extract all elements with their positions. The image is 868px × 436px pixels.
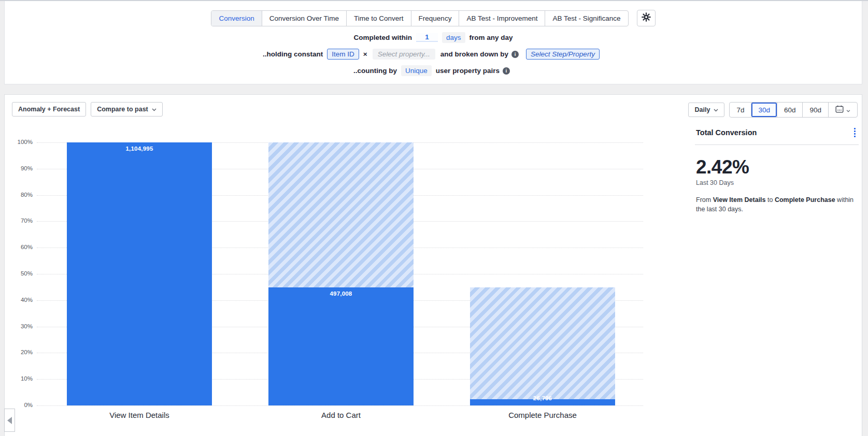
settings-button[interactable] [637, 10, 656, 26]
window-unit-dropdown[interactable]: days [442, 32, 465, 43]
anomaly-forecast-button[interactable]: Anomaly + Forecast [12, 102, 86, 117]
counting-by-label: ..counting by [353, 67, 397, 75]
step-to: Complete Purchase [775, 196, 835, 204]
panel-title: Total Conversion [696, 128, 757, 137]
total-conversion-panel: Total Conversion 2.42% Last 30 Days From… [695, 127, 859, 214]
chart-toolbar-right: Daily 7d 30d 60d 90d [688, 102, 858, 118]
bar-value-label: 497,008 [268, 290, 414, 297]
funnel-settings-card: Conversion Conversion Over Time Time to … [4, 1, 862, 84]
funnel-bar[interactable]: 497,008 [268, 142, 414, 405]
bar-value-label: 26,796 [470, 395, 615, 401]
completed-within-label: Completed within [353, 34, 412, 41]
times-separator: × [363, 50, 367, 58]
select-step-property-dropdown[interactable]: Select Step/Property [526, 49, 600, 60]
from-any-day-label: from any day [469, 34, 513, 41]
view-tab-group: Conversion Conversion Over Time Time to … [211, 10, 628, 26]
y-axis-tick: 0% [8, 402, 33, 408]
gridline [37, 405, 643, 406]
funnel-bar[interactable]: 1,104,995 [67, 142, 212, 405]
completed-within-row: Completed within days from any day [5, 32, 862, 43]
y-axis-tick: 30% [8, 323, 33, 329]
y-axis-tick: 90% [8, 165, 33, 171]
compare-to-past-dropdown[interactable]: Compare to past [91, 102, 163, 117]
conversion-subtitle: Last 30 Days [696, 179, 859, 186]
date-range-segmented-control: 7d 30d 60d 90d [729, 102, 858, 118]
funnel-bar[interactable]: 26,796 [470, 142, 615, 405]
left-triangle-icon [7, 417, 12, 424]
converted-bar-segment[interactable] [67, 142, 212, 405]
period-30d[interactable]: 30d [751, 103, 777, 117]
more-options-icon[interactable] [852, 127, 858, 138]
period-7d[interactable]: 7d [730, 103, 751, 117]
conversion-description: From View Item Details to Complete Purch… [696, 195, 855, 214]
x-axis-step-label: Complete Purchase [470, 411, 615, 419]
counting-mode-dropdown[interactable]: Unique [401, 65, 432, 76]
y-axis-tick: 100% [8, 139, 33, 145]
funnel-plot: 100%90%80%70%60%50%40%30%20%10%0%View It… [37, 142, 643, 405]
y-axis-tick: 20% [8, 349, 33, 355]
chevron-down-icon [714, 106, 718, 113]
window-value-input[interactable] [416, 33, 438, 42]
step-from: View Item Details [713, 196, 766, 204]
view-tab-row: Conversion Conversion Over Time Time to … [5, 10, 862, 26]
user-property-pairs-label: user property pairs [436, 67, 500, 75]
period-60d[interactable]: 60d [777, 103, 803, 117]
tab-conversion[interactable]: Conversion [211, 11, 261, 26]
select-property-dropdown[interactable]: Select property... [373, 49, 435, 60]
top-divider [0, 0, 868, 1]
tab-ab-test-significance[interactable]: AB Test - Significance [545, 11, 628, 26]
tab-frequency[interactable]: Frequency [411, 11, 459, 26]
y-axis-tick: 10% [8, 375, 33, 382]
period-90d[interactable]: 90d [802, 103, 828, 117]
chevron-down-icon [846, 106, 850, 114]
y-axis-tick: 40% [8, 297, 33, 303]
funnel-chart-card: Anomaly + Forecast Compare to past Daily… [4, 94, 862, 436]
interval-dropdown[interactable]: Daily [688, 103, 724, 117]
custom-date-range-button[interactable] [828, 103, 857, 117]
x-axis-step-label: Add to Cart [268, 411, 414, 419]
compare-to-past-label: Compare to past [97, 106, 148, 113]
chart-toolbar-left: Anomaly + Forecast Compare to past [12, 102, 163, 117]
holding-constant-label: ..holding constant [263, 50, 323, 58]
counting-by-row: ..counting by Unique user property pairs… [5, 65, 862, 76]
y-axis-tick: 70% [8, 217, 33, 224]
chevron-down-icon [152, 106, 156, 113]
bar-value-label: 1,104,995 [67, 146, 212, 152]
gear-icon [641, 12, 651, 24]
x-axis-step-label: View Item Details [67, 411, 212, 419]
collapse-panel-button[interactable] [4, 409, 15, 432]
tab-conversion-over-time[interactable]: Conversion Over Time [262, 11, 346, 26]
converted-bar-segment[interactable] [268, 287, 414, 405]
unconverted-hatch-segment[interactable] [268, 142, 414, 287]
held-property-chip[interactable]: Item ID [327, 49, 359, 60]
conversion-value: 2.42% [696, 156, 859, 178]
calendar-icon [835, 105, 844, 114]
holding-constant-row: ..holding constant Item ID × Select prop… [5, 49, 862, 60]
info-icon[interactable]: i [503, 67, 510, 75]
broken-down-by-label: and broken down by [440, 50, 508, 58]
info-icon[interactable]: i [511, 51, 519, 58]
panel-divider [695, 144, 859, 145]
y-axis-tick: 80% [8, 192, 33, 198]
y-axis-tick: 60% [8, 244, 33, 250]
tab-ab-test-improvement[interactable]: AB Test - Improvement [459, 11, 545, 26]
y-axis-tick: 50% [8, 270, 33, 277]
unconverted-hatch-segment[interactable] [470, 287, 615, 399]
tab-time-to-convert[interactable]: Time to Convert [346, 11, 411, 26]
interval-label: Daily [694, 106, 710, 113]
